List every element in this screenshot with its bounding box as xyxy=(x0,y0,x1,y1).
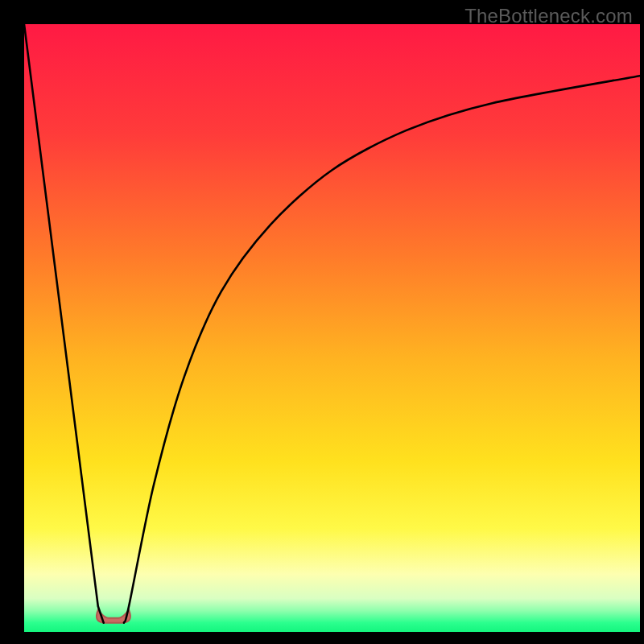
plot-svg xyxy=(24,24,640,632)
gradient-background xyxy=(24,24,640,632)
chart-frame: TheBottleneck.com xyxy=(0,0,644,644)
plot-area xyxy=(24,24,640,632)
